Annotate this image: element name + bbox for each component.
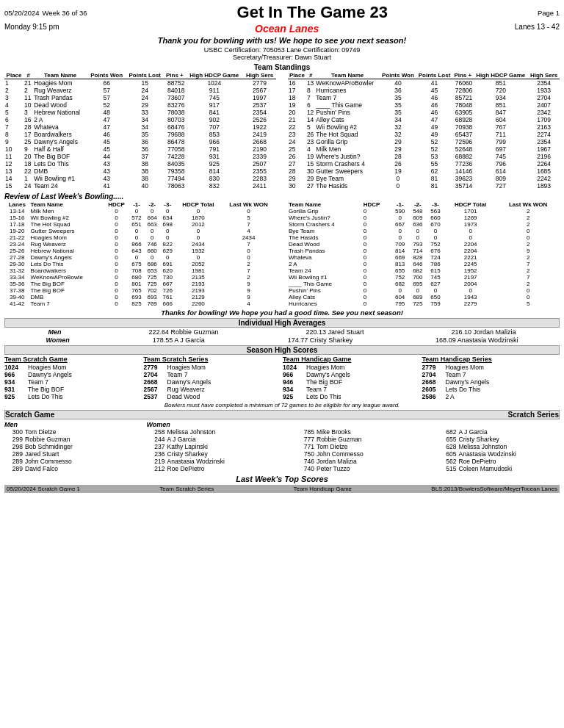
lanes-col-won: Last Wk WON bbox=[221, 201, 276, 208]
scratch-name: Kathy Lapinski bbox=[167, 443, 208, 450]
scratch-women-series-list: 682A J Garcia655Cristy Sharkey628Melissa… bbox=[438, 428, 560, 472]
standings-right-row: 187Team 73546857219342704 bbox=[288, 94, 560, 101]
date-line: Monday 9:15 pm Ocean Lanes Lanes 13 - 42 bbox=[4, 23, 560, 35]
standings-right-table: Place # Team Name Points Won Points Lost… bbox=[288, 72, 560, 190]
lanes-col-hdcp: HDCP bbox=[104, 201, 129, 208]
scratch-score: 289 bbox=[4, 450, 23, 458]
avg-women-3: 168.09 Anastasia Wodzinski bbox=[435, 336, 518, 344]
score-num: 2567 bbox=[144, 386, 166, 393]
col-team-r: Team Name bbox=[315, 72, 380, 79]
lanes-col-total-r: HDCP Total bbox=[444, 201, 496, 208]
col-pts-lost-r: Points Lost bbox=[416, 72, 452, 79]
lanes-right-row: Gorilla Grip059054856317012 bbox=[288, 208, 560, 215]
scratch-score: 605 bbox=[438, 450, 457, 458]
scratch-name: Tom Dietze bbox=[25, 428, 57, 436]
usbc-cert: USBC Certification: 705053 Lane Certific… bbox=[4, 46, 560, 54]
lanes-left-row: 15-16Wii Bowling #2057266463418705 bbox=[4, 215, 276, 221]
standings-left-row: 728Whateva4734684767071922 bbox=[4, 123, 276, 131]
scratch-score: 289 bbox=[4, 465, 23, 472]
scratch-entry: 212Roe DePietro bbox=[147, 465, 269, 472]
standings-left-row: 1524Team 244140780638322411 bbox=[4, 182, 276, 190]
scratch-name: Melissa Johnston bbox=[459, 443, 507, 450]
scratch-women-list: 258Melissa Johnston244A J Garcia237Kathy… bbox=[147, 428, 269, 472]
scratch-name: A J Garcia bbox=[459, 428, 488, 436]
score-name: Team 7 bbox=[28, 378, 48, 386]
lanes-right-row: 2 A081364678622457 bbox=[288, 261, 560, 267]
score-num: 2779 bbox=[144, 364, 166, 371]
lanes-right-row: Trash Pandas081471467622049 bbox=[288, 248, 560, 254]
standings-left-row: 53Hebrew National4833780388412354 bbox=[4, 109, 276, 116]
lanes-col-team: Team Name bbox=[30, 201, 104, 208]
score-num: 2537 bbox=[144, 393, 166, 400]
col-pts-won-r: Points Won bbox=[380, 72, 416, 79]
score-name: Lets Do This bbox=[306, 393, 341, 400]
lanes-left-row: 23-24Rug Weaverz086674682224347 bbox=[4, 241, 276, 248]
score-name: Dawny's Angels bbox=[446, 378, 490, 386]
standings-right-row: 3027The Hasids081357147271893 bbox=[288, 182, 560, 190]
thanks-bowling: Thanks for bowling! We hope you had a go… bbox=[4, 309, 560, 317]
page: 05/20/2024 Week 36 of 36 Get In The Game… bbox=[0, 0, 564, 496]
score-item: 2779Hoagies Mom bbox=[144, 364, 282, 371]
last-wk-title: Last Week's Top Scores bbox=[4, 475, 560, 483]
scratch-entry: 289John Commesso bbox=[4, 458, 126, 465]
scratch-name: Peter Tuzzo bbox=[317, 465, 350, 472]
week-label: Week 36 of 36 bbox=[43, 9, 87, 17]
lanes-left-table: Lanes Team Name HDCP -1- -2- -3- HDCP To… bbox=[4, 201, 276, 307]
score-item: 2779Hoagies Mom bbox=[422, 364, 560, 371]
score-item: 925Lets Do This bbox=[4, 393, 142, 400]
col-place-r: Place bbox=[288, 72, 306, 79]
score-num: 2704 bbox=[144, 371, 166, 378]
team-scratch-game-title: Team Scratch Game bbox=[4, 356, 142, 363]
score-name: Hoagies Mom bbox=[28, 364, 66, 371]
scratch-entry: 299Robbie Guzman bbox=[4, 436, 126, 443]
standings-left-row: 109Half & Half4536770587912190 bbox=[4, 145, 276, 153]
score-name: 2 A bbox=[446, 393, 455, 400]
standings-left-row: 22Rug Weaverz5724840189112567 bbox=[4, 87, 276, 94]
lanes-right-row: Wii Bowling #1075270074521977 bbox=[288, 274, 560, 281]
scratch-women-series-col: Women 682A J Garcia655Cristy Sharkey628M… bbox=[438, 420, 560, 472]
lanes-col-hdcp-r: HDCP bbox=[363, 201, 391, 208]
standings-right-row: 1613WeKnowAProBowler4041760608512354 bbox=[288, 79, 560, 87]
col-high-game-r: High HDCP Game bbox=[473, 72, 528, 79]
scratch-entry: 750John Commesso bbox=[296, 450, 418, 458]
scratch-men-game-col: Men 300Tom Dietze299Robbie Guzman298Bob … bbox=[4, 420, 126, 472]
season-title: Season High Scores bbox=[4, 345, 560, 355]
avg-women-1: 178.55 A J Garcia bbox=[153, 336, 205, 344]
scratch-score: 750 bbox=[296, 450, 314, 458]
footer-right: BLS:2013/BowlersSoftware/MeyerTocean Lan… bbox=[431, 486, 557, 492]
avg-men-2: 220.13 Jared Stuart bbox=[306, 328, 364, 336]
lanes-right-row: Team 24065568261519522 bbox=[288, 267, 560, 274]
scratch-entry: 298Bob Schmidinger bbox=[4, 443, 126, 450]
score-name: Dawny's Angels bbox=[167, 378, 212, 386]
lanes-right-row: Bye Team000000 bbox=[288, 228, 560, 234]
scratch-series-label: Scratch Series bbox=[508, 411, 560, 419]
score-item: 2605Lets Do This bbox=[422, 386, 560, 393]
lanes-left-row: 39-40DMB069369376121299 bbox=[4, 294, 276, 300]
review-title: Review of Last Week's Bowling..... bbox=[4, 192, 560, 201]
standings-left-row: 925Dawny's Angels4536864789662668 bbox=[4, 138, 276, 145]
score-num: 2668 bbox=[144, 378, 166, 386]
standings-left-row: 6162 A4734807039022526 bbox=[4, 116, 276, 123]
lanes-left-row: 25-26Hebrew National064366062919320 bbox=[4, 248, 276, 254]
footer-center-right: Team Handicap Game bbox=[293, 486, 352, 492]
thank-you: Thank you for bowling with us! We hope t… bbox=[4, 36, 560, 45]
score-name: Hoagies Mom bbox=[167, 364, 206, 371]
scratch-score: 237 bbox=[147, 443, 165, 450]
score-name: Dead Wood bbox=[167, 393, 200, 400]
score-item: 931The Big BOF bbox=[4, 386, 142, 393]
scratch-name: Robbie Guzman bbox=[317, 436, 361, 443]
score-name: Team 7 bbox=[167, 371, 188, 378]
scratch-men-series-col: Men 785Mike Brooks777Robbie Guzman771Tom… bbox=[296, 420, 418, 472]
scratch-entry: 562Roe DePietro bbox=[438, 458, 560, 465]
score-num: 1024 bbox=[4, 364, 26, 371]
score-name: Hoagies Mom bbox=[446, 364, 484, 371]
score-num: 946 bbox=[283, 378, 305, 386]
scratch-entry: 628Melissa Johnston bbox=[438, 443, 560, 450]
standings-right-row: 254Milk Men2952526486971967 bbox=[288, 145, 560, 153]
page-number: Page 1 bbox=[538, 9, 560, 17]
lanes-right-row: Dead Wood070979375222042 bbox=[288, 241, 560, 248]
col-pins: Pins + bbox=[164, 72, 185, 79]
scratch-name: Roe DePietro bbox=[459, 458, 496, 465]
lanes-container: Lanes Team Name HDCP -1- -2- -3- HDCP To… bbox=[4, 201, 560, 307]
lanes-col-won-r: Last Wk WON bbox=[496, 201, 560, 208]
